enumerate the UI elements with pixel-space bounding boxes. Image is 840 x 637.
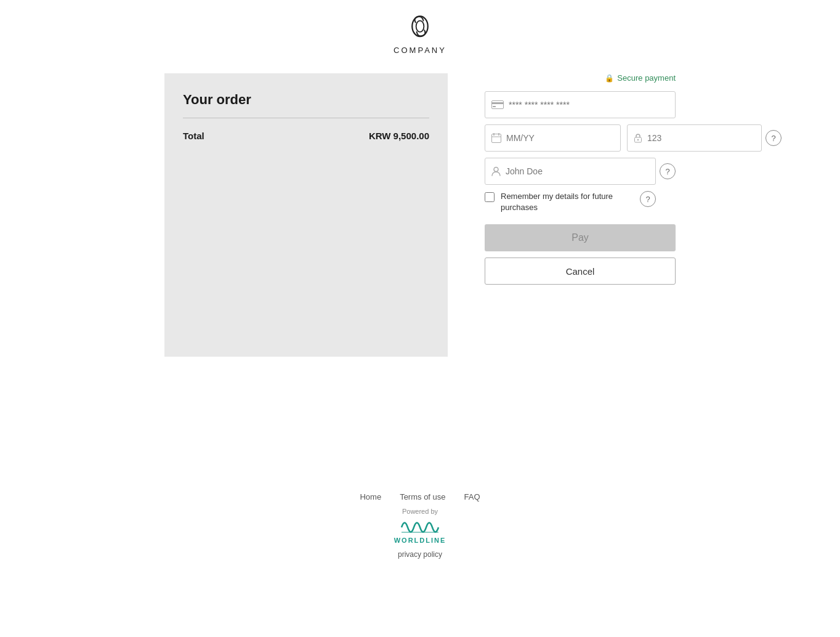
remember-checkbox[interactable]	[485, 192, 495, 202]
pay-button[interactable]: Pay	[485, 224, 676, 251]
footer-link-terms[interactable]: Terms of use	[400, 492, 445, 501]
page-header: Company	[0, 0, 840, 61]
worldline-text-label: WORLDLINE	[394, 537, 446, 544]
footer-link-faq[interactable]: FAQ	[464, 492, 480, 501]
total-label: Total	[183, 131, 204, 141]
order-summary-panel: Your order Total KRW 9,500.00	[164, 73, 448, 357]
card-number-input-wrapper[interactable]	[485, 91, 676, 118]
worldline-waves-icon	[398, 515, 442, 537]
svg-rect-2	[492, 101, 504, 109]
name-input[interactable]	[506, 166, 649, 176]
cancel-button[interactable]: Cancel	[485, 258, 676, 285]
company-name-label: Company	[394, 46, 446, 55]
name-group: ?	[485, 158, 676, 185]
footer-link-home[interactable]: Home	[360, 492, 381, 501]
expiry-input-wrapper[interactable]	[485, 124, 621, 152]
secure-payment-indicator: 🔒 Secure payment	[485, 73, 676, 83]
company-logo	[402, 12, 438, 43]
payment-section: 🔒 Secure payment	[485, 73, 676, 285]
person-icon	[491, 166, 501, 176]
svg-rect-5	[492, 134, 501, 143]
expiry-cvv-row: ?	[485, 124, 676, 152]
svg-rect-3	[491, 102, 504, 104]
order-divider	[183, 118, 429, 118]
name-help-button[interactable]: ?	[660, 163, 676, 179]
svg-point-10	[637, 139, 639, 140]
footer-nav: Home Terms of use FAQ	[360, 492, 480, 501]
calendar-icon	[491, 133, 501, 143]
lock-small-icon	[634, 133, 642, 143]
cvv-group: ?	[627, 124, 781, 152]
svg-rect-4	[493, 106, 496, 107]
total-value: KRW 9,500.00	[369, 131, 429, 141]
cvv-help-button[interactable]: ?	[765, 130, 781, 146]
card-number-input[interactable]	[509, 100, 669, 110]
remember-me-group: Remember my details for future purchases…	[485, 191, 676, 213]
secure-payment-label: Secure payment	[617, 73, 676, 83]
name-input-wrapper[interactable]	[485, 158, 656, 185]
expiry-input[interactable]	[506, 133, 614, 143]
cvv-input[interactable]	[647, 133, 755, 143]
svg-point-11	[494, 168, 498, 172]
card-icon	[491, 100, 504, 109]
powered-by-label: Powered by	[402, 508, 438, 515]
remember-help-button[interactable]: ?	[640, 191, 656, 207]
lock-icon: 🔒	[605, 74, 614, 83]
card-number-group	[485, 91, 676, 118]
order-title: Your order	[183, 92, 429, 108]
main-content: Your order Total KRW 9,500.00 🔒 Secure p…	[50, 61, 790, 369]
order-total-row: Total KRW 9,500.00	[183, 131, 429, 141]
svg-point-1	[416, 21, 424, 32]
page-footer: Home Terms of use FAQ Powered by WORLDLI…	[0, 492, 840, 577]
worldline-logo: Powered by WORLDLINE	[394, 508, 446, 544]
remember-label[interactable]: Remember my details for future purchases	[501, 191, 634, 213]
privacy-policy-link[interactable]: privacy policy	[398, 550, 442, 559]
cvv-input-wrapper[interactable]	[627, 124, 762, 152]
